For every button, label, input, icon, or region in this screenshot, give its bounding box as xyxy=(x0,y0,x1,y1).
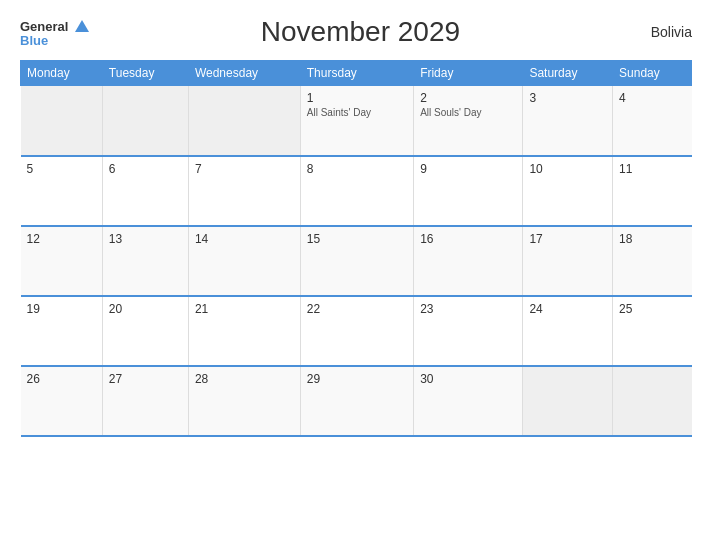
table-row: 29 xyxy=(300,366,413,436)
day-number: 17 xyxy=(529,232,606,246)
calendar-header: General Blue November 2029 Bolivia xyxy=(20,16,692,48)
day-number: 20 xyxy=(109,302,182,316)
day-number: 6 xyxy=(109,162,182,176)
table-row: 14 xyxy=(188,226,300,296)
table-row: 9 xyxy=(414,156,523,226)
logo-blue-text: Blue xyxy=(20,34,89,47)
logo-triangle-icon xyxy=(75,20,89,32)
table-row: 15 xyxy=(300,226,413,296)
day-number: 3 xyxy=(529,91,606,105)
week-row-4: 19202122232425 xyxy=(21,296,692,366)
table-row xyxy=(613,366,692,436)
day-number: 24 xyxy=(529,302,606,316)
day-number: 29 xyxy=(307,372,407,386)
table-row: 6 xyxy=(102,156,188,226)
logo: General Blue xyxy=(20,18,89,47)
table-row xyxy=(21,86,103,156)
week-row-1: 1All Saints' Day2All Souls' Day34 xyxy=(21,86,692,156)
table-row: 8 xyxy=(300,156,413,226)
day-number: 25 xyxy=(619,302,685,316)
table-row: 1All Saints' Day xyxy=(300,86,413,156)
table-row: 11 xyxy=(613,156,692,226)
day-number: 2 xyxy=(420,91,516,105)
calendar-container: General Blue November 2029 Bolivia Monda… xyxy=(0,0,712,550)
table-row: 3 xyxy=(523,86,613,156)
table-row: 25 xyxy=(613,296,692,366)
table-row: 4 xyxy=(613,86,692,156)
day-number: 28 xyxy=(195,372,294,386)
calendar-table: MondayTuesdayWednesdayThursdayFridaySatu… xyxy=(20,60,692,437)
calendar-title: November 2029 xyxy=(89,16,632,48)
table-row xyxy=(523,366,613,436)
table-row: 27 xyxy=(102,366,188,436)
table-row: 17 xyxy=(523,226,613,296)
day-number: 16 xyxy=(420,232,516,246)
day-number: 27 xyxy=(109,372,182,386)
logo-general-text: General xyxy=(20,19,68,34)
day-number: 23 xyxy=(420,302,516,316)
table-row: 21 xyxy=(188,296,300,366)
table-row: 7 xyxy=(188,156,300,226)
day-number: 1 xyxy=(307,91,407,105)
table-row: 5 xyxy=(21,156,103,226)
day-header-tuesday: Tuesday xyxy=(102,61,188,86)
day-number: 7 xyxy=(195,162,294,176)
country-label: Bolivia xyxy=(632,24,692,40)
table-row: 13 xyxy=(102,226,188,296)
table-row: 23 xyxy=(414,296,523,366)
day-number: 26 xyxy=(27,372,96,386)
table-row xyxy=(188,86,300,156)
table-row: 12 xyxy=(21,226,103,296)
week-row-3: 12131415161718 xyxy=(21,226,692,296)
day-number: 4 xyxy=(619,91,685,105)
day-number: 30 xyxy=(420,372,516,386)
calendar-body: 1All Saints' Day2All Souls' Day345678910… xyxy=(21,86,692,436)
calendar-header-row: MondayTuesdayWednesdayThursdayFridaySatu… xyxy=(21,61,692,86)
day-header-thursday: Thursday xyxy=(300,61,413,86)
day-header-friday: Friday xyxy=(414,61,523,86)
day-number: 14 xyxy=(195,232,294,246)
day-header-sunday: Sunday xyxy=(613,61,692,86)
day-number: 12 xyxy=(27,232,96,246)
table-row: 20 xyxy=(102,296,188,366)
table-row: 22 xyxy=(300,296,413,366)
day-number: 10 xyxy=(529,162,606,176)
day-header-saturday: Saturday xyxy=(523,61,613,86)
holiday-label: All Saints' Day xyxy=(307,107,407,118)
table-row: 19 xyxy=(21,296,103,366)
logo-top: General xyxy=(20,18,89,34)
day-header-wednesday: Wednesday xyxy=(188,61,300,86)
table-row: 24 xyxy=(523,296,613,366)
day-number: 22 xyxy=(307,302,407,316)
day-number: 9 xyxy=(420,162,516,176)
holiday-label: All Souls' Day xyxy=(420,107,516,118)
day-number: 5 xyxy=(27,162,96,176)
table-row: 28 xyxy=(188,366,300,436)
day-number: 15 xyxy=(307,232,407,246)
day-number: 13 xyxy=(109,232,182,246)
days-of-week-row: MondayTuesdayWednesdayThursdayFridaySatu… xyxy=(21,61,692,86)
table-row: 10 xyxy=(523,156,613,226)
day-number: 21 xyxy=(195,302,294,316)
day-number: 11 xyxy=(619,162,685,176)
table-row: 26 xyxy=(21,366,103,436)
week-row-2: 567891011 xyxy=(21,156,692,226)
day-number: 19 xyxy=(27,302,96,316)
day-number: 18 xyxy=(619,232,685,246)
day-header-monday: Monday xyxy=(21,61,103,86)
table-row: 30 xyxy=(414,366,523,436)
week-row-5: 2627282930 xyxy=(21,366,692,436)
day-number: 8 xyxy=(307,162,407,176)
table-row: 18 xyxy=(613,226,692,296)
table-row xyxy=(102,86,188,156)
table-row: 16 xyxy=(414,226,523,296)
table-row: 2All Souls' Day xyxy=(414,86,523,156)
